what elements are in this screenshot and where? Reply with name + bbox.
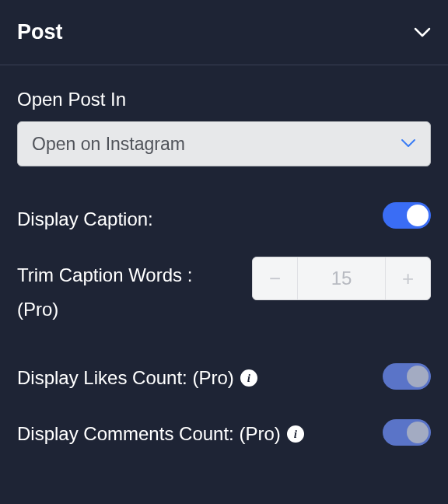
trim-caption-label: Trim Caption Words : (Pro): [17, 257, 235, 324]
display-comments-toggle[interactable]: [383, 419, 431, 446]
info-icon[interactable]: i: [240, 369, 257, 387]
chevron-down-icon: [401, 137, 416, 151]
trim-caption-stepper[interactable]: − 15 +: [252, 257, 431, 300]
display-caption-toggle[interactable]: [383, 202, 431, 229]
collapse-chevron-icon[interactable]: [414, 24, 431, 41]
display-caption-row: Display Caption:: [17, 201, 431, 233]
panel-content: Open Post In Open on Instagram Display C…: [0, 65, 448, 448]
open-post-in-value: Open on Instagram: [32, 134, 185, 155]
toggle-knob: [407, 366, 429, 387]
trim-caption-label-line1: Trim Caption Words :: [17, 261, 192, 289]
toggle-knob: [407, 422, 429, 443]
display-comments-row: Display Comments Count: (Pro) i: [17, 415, 431, 448]
stepper-increment-button[interactable]: +: [385, 257, 430, 299]
toggle-knob: [407, 205, 429, 226]
display-caption-label: Display Caption:: [17, 201, 153, 233]
panel-header[interactable]: Post: [0, 0, 448, 65]
stepper-value[interactable]: 15: [298, 257, 385, 299]
display-likes-label-text: Display Likes Count: (Pro): [17, 364, 234, 392]
display-likes-row: Display Likes Count: (Pro) i: [17, 359, 431, 392]
open-post-in-label: Open Post In: [17, 89, 431, 110]
trim-caption-row: Trim Caption Words : (Pro) − 15 +: [17, 257, 431, 324]
open-post-in-select-wrap: Open on Instagram: [17, 121, 431, 166]
panel-title: Post: [17, 20, 63, 44]
display-likes-label: Display Likes Count: (Pro) i: [17, 359, 257, 392]
stepper-decrement-button[interactable]: −: [253, 257, 298, 299]
open-post-in-select[interactable]: Open on Instagram: [17, 121, 431, 166]
info-icon[interactable]: i: [287, 425, 304, 443]
display-comments-label-text: Display Comments Count: (Pro): [17, 420, 281, 448]
trim-caption-label-line2: (Pro): [17, 296, 235, 324]
display-likes-toggle[interactable]: [383, 363, 431, 390]
display-comments-label: Display Comments Count: (Pro) i: [17, 415, 304, 448]
